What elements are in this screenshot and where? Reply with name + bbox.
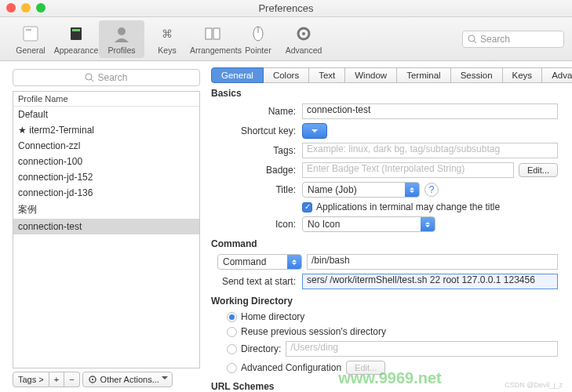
tab-colors[interactable]: Colors [264,67,309,83]
profile-list-header: Profile Name [13,92,199,107]
profile-list: Profile Name Default ★ iterm2-Terminal C… [13,91,200,368]
profile-row[interactable]: 案例 [13,201,199,219]
svg-rect-6 [206,28,212,39]
tab-text[interactable]: Text [309,67,345,83]
badge-label: Badge: [211,165,302,176]
toolbar-pointer[interactable]: Pointer [235,20,281,58]
profile-row[interactable]: connection-test [13,219,199,234]
svg-line-15 [91,79,93,82]
svg-text:⌘: ⌘ [162,27,173,40]
profile-row[interactable]: ★ iterm2-Terminal [13,122,199,138]
title-select[interactable]: Name (Job) [302,182,420,198]
window-title: Preferences [258,2,313,14]
profile-row[interactable]: connection-100 [13,154,199,169]
toolbar-keys[interactable]: ⌘Keys [144,20,190,58]
close-icon[interactable] [6,3,16,13]
title-help-button[interactable]: ? [424,183,439,197]
title-label: Title: [211,184,302,195]
profile-detail: General Colors Text Window Terminal Sess… [208,61,572,392]
tab-terminal[interactable]: Terminal [397,67,450,83]
toolbar-profiles[interactable]: Profiles [99,20,144,58]
profile-row[interactable]: connection-jd-152 [13,169,199,185]
svg-point-17 [91,379,93,380]
svg-line-13 [474,41,476,43]
other-actions-menu[interactable]: Other Actions... [82,372,173,387]
icon-select[interactable]: No Icon [302,216,435,232]
add-profile-button[interactable]: + [49,372,64,387]
svg-point-11 [302,32,305,35]
toolbar: General Appearance Profiles ⌘Keys Arrang… [0,17,572,61]
badge-edit-button[interactable]: Edit... [519,163,558,177]
svg-point-12 [468,35,475,42]
shortcut-label: Shortcut key: [211,125,302,136]
detail-tabs: General Colors Text Window Terminal Sess… [211,67,558,83]
profile-row[interactable]: connection-jd-136 [13,185,199,201]
name-label: Name: [211,106,302,117]
tags-input[interactable]: Example: linux, dark bg, tag/subtag/subs… [302,143,558,158]
tab-window[interactable]: Window [345,67,397,83]
apps-change-title-label: Applications in terminal may change the … [316,201,500,212]
svg-point-4 [118,27,126,35]
profile-row[interactable]: Default [13,107,199,122]
section-workdir: Working Directory [211,296,558,307]
svg-rect-0 [24,27,38,41]
remove-profile-button[interactable]: − [64,372,79,387]
svg-rect-3 [72,29,80,31]
toolbar-arrangements[interactable]: Arrangements [190,20,235,58]
workdir-directory-radio[interactable] [227,344,237,354]
send-text-input[interactable]: sers/ /work/itermShell/test.sh 22 root 1… [302,274,558,289]
section-command: Command [211,238,558,249]
tab-general[interactable]: General [211,67,264,83]
shortcut-key-button[interactable] [302,123,327,139]
workdir-advanced-radio[interactable] [227,363,237,373]
window-controls [6,3,46,13]
zoom-icon[interactable] [36,3,46,13]
toolbar-general[interactable]: General [8,20,53,58]
workdir-reuse-radio[interactable] [227,327,237,337]
profile-row[interactable]: Connection-zzl [13,138,199,154]
titlebar: Preferences [0,0,572,17]
send-text-label: Send text at start: [211,276,302,287]
command-type-select[interactable]: Command [217,254,302,270]
workdir-directory-input[interactable]: /Users/ding [286,341,558,357]
toolbar-appearance[interactable]: Appearance [53,20,99,58]
gear-icon [88,375,97,384]
search-icon [468,34,477,44]
apps-change-title-checkbox[interactable] [302,202,312,212]
tags-label: Tags: [211,145,302,156]
credit: CSDN @Devil_j_z [505,381,563,389]
badge-input[interactable]: Enter Badge Text (Interpolated String) [302,162,514,178]
toolbar-advanced[interactable]: Advanced [281,20,326,58]
minimize-icon[interactable] [21,3,31,13]
name-input[interactable]: connection-test [302,103,558,119]
profile-search[interactable]: Search [13,69,200,86]
toolbar-search[interactable]: Search [462,31,564,48]
workdir-edit-button[interactable]: Edit... [346,361,385,375]
workdir-home-radio[interactable] [227,312,237,322]
section-basics: Basics [211,88,558,99]
tab-advanced[interactable]: Advanced [542,67,572,83]
svg-rect-7 [213,28,220,39]
icon-label: Icon: [211,219,302,230]
tab-keys[interactable]: Keys [503,67,543,83]
profiles-sidebar: Search Profile Name Default ★ iterm2-Ter… [0,61,208,392]
svg-point-14 [86,74,92,80]
tags-toggle[interactable]: Tags > [13,372,49,387]
command-input[interactable]: /bin/bash [307,254,558,270]
search-icon [85,73,94,82]
tab-session[interactable]: Session [451,67,503,83]
svg-rect-1 [26,29,31,31]
